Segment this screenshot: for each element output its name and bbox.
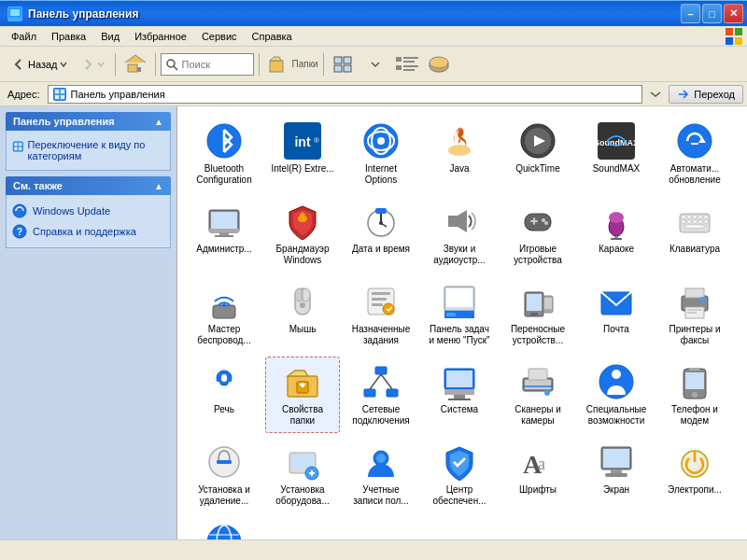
categories-icon <box>12 139 24 154</box>
icon-autorun[interactable]: Автомати... обновление <box>657 116 732 192</box>
portable-label: Переносные устройств... <box>505 324 571 346</box>
view-list-button[interactable] <box>392 50 422 78</box>
controlpanel-icon <box>52 87 67 102</box>
icon-power[interactable]: Электропи... <box>657 437 732 513</box>
svg-rect-112 <box>687 309 702 311</box>
sidebar-link-windowsupdate-label: Windows Update <box>33 205 110 217</box>
svg-rect-55 <box>691 143 698 145</box>
icon-portable[interactable]: Переносные устройств... <box>500 276 575 353</box>
icon-keyboard[interactable]: Клавиатура <box>657 196 732 273</box>
sidebar-section-controlpanel: Панель управления ▲ Переключение к виду … <box>6 112 171 171</box>
forward-button[interactable] <box>75 53 110 76</box>
svg-rect-34 <box>14 147 17 150</box>
menu-edit[interactable]: Правка <box>44 29 93 44</box>
menu-service[interactable]: Сервис <box>194 29 245 44</box>
phone-icon <box>676 363 713 400</box>
titlebar: Панель управления – □ ✕ <box>0 0 747 26</box>
svg-text:®: ® <box>314 136 319 145</box>
search-input[interactable] <box>182 59 247 70</box>
icon-language[interactable]: Язык и региональ... <box>187 517 261 539</box>
sidebar-link-windowsupdate[interactable]: Windows Update <box>12 201 164 221</box>
address-field[interactable]: Панель управления <box>48 85 643 104</box>
svg-point-149 <box>376 454 386 463</box>
svg-point-158 <box>207 525 241 539</box>
menu-help[interactable]: Справка <box>245 29 300 44</box>
tasks-icon <box>362 283 400 320</box>
svg-point-46 <box>377 137 385 145</box>
icon-access[interactable]: Специальные возможности <box>579 357 654 433</box>
svg-rect-102 <box>446 313 456 316</box>
svg-rect-17 <box>403 57 418 59</box>
folders-button[interactable] <box>264 50 294 78</box>
map-drive-button[interactable] <box>424 50 454 78</box>
icon-java[interactable]: Java <box>422 116 497 192</box>
sidebar-link-helpsupport[interactable]: ? Справка и поддержка <box>12 221 164 242</box>
icon-tasks[interactable]: Назначенные задания <box>344 276 418 353</box>
svg-rect-95 <box>372 292 390 295</box>
close-button[interactable]: ✕ <box>724 4 743 23</box>
java-icon <box>441 122 478 160</box>
menubar: Файл Правка Вид Избранное Сервис Справка <box>0 26 747 47</box>
icon-speech[interactable]: Речь <box>187 357 261 433</box>
minimize-button[interactable]: – <box>681 4 700 23</box>
icon-admin[interactable]: Администр... <box>187 196 261 273</box>
icon-accounts[interactable]: Учетные записи пол... <box>344 437 418 513</box>
view-icons-button[interactable] <box>329 50 359 78</box>
icon-system[interactable]: Система <box>422 357 497 433</box>
icon-addremove[interactable]: Установка и удаление... <box>187 437 261 513</box>
view-dropdown-button[interactable] <box>360 50 390 78</box>
icon-scanners[interactable]: Сканеры и камеры <box>500 357 575 433</box>
collapse-button-1[interactable]: ▲ <box>154 117 163 127</box>
accounts-icon <box>362 443 400 481</box>
svg-rect-104 <box>527 294 542 311</box>
svg-rect-153 <box>603 449 629 468</box>
icon-mail[interactable]: Почта <box>579 276 654 353</box>
icon-sound[interactable]: Звуки и аудиоустр... <box>422 196 497 273</box>
icon-wireless[interactable]: Мастер беспровод... <box>187 276 261 353</box>
fonts-label: Шрифты <box>519 484 557 496</box>
menu-file[interactable]: Файл <box>4 29 44 44</box>
menu-favorites[interactable]: Избранное <box>127 29 194 44</box>
icon-intel[interactable]: int®Intel(R) Extre... <box>265 116 340 192</box>
icon-karaoke[interactable]: Караоке <box>579 196 654 273</box>
soundmax-label: SoundMAX <box>593 163 641 175</box>
icon-network[interactable]: Сетевые подключения <box>344 357 418 433</box>
svg-rect-96 <box>372 298 387 301</box>
maximize-button[interactable]: □ <box>702 4 722 23</box>
icon-games[interactable]: Игровые устройства <box>500 196 575 273</box>
icon-adddev[interactable]: Установка оборудова... <box>265 437 340 513</box>
icon-security[interactable]: Центр обеспечен... <box>422 437 497 513</box>
datetime-label: Дата и время <box>352 244 410 255</box>
icon-printers[interactable]: Принтеры и факсы <box>657 276 732 353</box>
menu-view[interactable]: Вид <box>93 29 127 44</box>
back-button[interactable]: Назад <box>6 53 73 76</box>
network-icon <box>362 363 400 400</box>
search-box[interactable] <box>161 53 254 76</box>
icon-fonts[interactable]: AaШрифты <box>500 437 575 513</box>
display-icon <box>598 443 635 481</box>
svg-rect-14 <box>334 65 342 72</box>
icon-mouse[interactable]: Мышь <box>265 276 340 353</box>
icon-internet[interactable]: Internet Options <box>344 116 418 192</box>
up-button[interactable] <box>120 50 150 78</box>
icon-firewall[interactable]: Брандмауэр Windows <box>265 196 340 273</box>
icon-display[interactable]: Экран <box>579 437 654 513</box>
address-dropdown-icon[interactable] <box>646 85 665 104</box>
icon-datetime[interactable]: Дата и время <box>344 196 418 273</box>
sound-label: Звуки и аудиоустр... <box>427 244 492 266</box>
svg-point-135 <box>544 390 550 396</box>
svg-rect-87 <box>213 305 235 318</box>
icon-taskbar[interactable]: Панель задач и меню "Пуск" <box>422 276 497 353</box>
collapse-button-2[interactable]: ▲ <box>154 181 163 191</box>
svg-rect-118 <box>218 393 230 395</box>
svg-rect-113 <box>687 312 697 314</box>
svg-line-10 <box>174 66 177 70</box>
power-icon <box>676 443 713 481</box>
go-button[interactable]: Переход <box>669 85 743 104</box>
icon-bluetooth[interactable]: Bluetooth Configuration <box>187 116 261 192</box>
icon-folderopts[interactable]: Свойства папки <box>265 357 340 433</box>
icon-soundmax[interactable]: SoundMAXSoundMAX <box>579 116 654 192</box>
icon-quicktime[interactable]: QuickTime <box>500 116 575 192</box>
sidebar-link-categories[interactable]: Переключение к виду по категориям <box>12 136 164 164</box>
icon-phone[interactable]: Телефон и модем <box>657 357 732 433</box>
